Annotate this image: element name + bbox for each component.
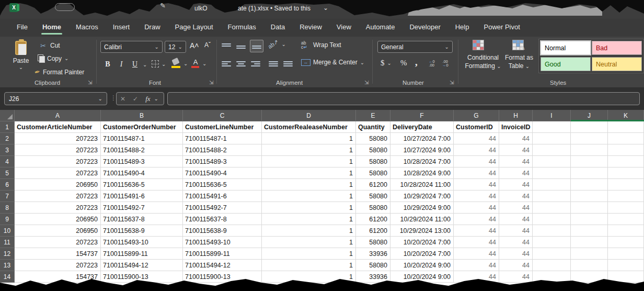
cell-K13[interactable] — [608, 260, 644, 271]
cell-G3[interactable]: 44 — [454, 144, 499, 156]
cell-E1[interactable]: Quantity — [356, 121, 390, 133]
comma-style-button[interactable]: , — [415, 57, 418, 68]
cell-J9[interactable] — [571, 214, 608, 225]
cell-F8[interactable]: 10/29/2024 9:00 — [390, 202, 454, 214]
align-center-button[interactable] — [236, 60, 246, 68]
cell-D7[interactable]: 1 — [262, 191, 356, 202]
increase-indent-button[interactable] — [283, 60, 293, 68]
cell-I12[interactable] — [533, 248, 571, 260]
cell-F1[interactable]: DeliveryDate — [390, 121, 454, 133]
cell-J3[interactable] — [571, 144, 608, 156]
cell-G4[interactable]: 44 — [454, 156, 499, 167]
fill-color-button[interactable]: ⌄ — [171, 58, 188, 69]
cell-G9[interactable]: 44 — [454, 214, 499, 225]
conditional-formatting-button[interactable]: Conditional Formatting ⌄ — [462, 53, 504, 71]
cell-B7[interactable]: 7100115491-6 — [101, 191, 183, 202]
cell-B5[interactable]: 7100115490-4 — [101, 167, 183, 179]
cell-F13[interactable]: 10/20/2024 9:00 — [390, 260, 454, 271]
cell-I11[interactable] — [533, 237, 571, 248]
paste-button[interactable]: Paste ⌄ — [8, 40, 33, 83]
cell-D2[interactable]: 1 — [262, 133, 356, 144]
decrease-decimal-button[interactable]: .00→0 — [442, 60, 448, 67]
cell-I8[interactable] — [533, 202, 571, 214]
cell-A3[interactable]: 207223 — [15, 144, 101, 156]
number-format-select[interactable]: General⌄ — [377, 41, 453, 53]
cell-J12[interactable] — [571, 248, 608, 260]
cell-A11[interactable]: 207223 — [15, 237, 101, 248]
name-box[interactable]: J26 ⌄ — [4, 92, 107, 105]
cancel-icon[interactable]: ✕ — [117, 95, 129, 103]
cell-A5[interactable]: 207223 — [15, 167, 101, 179]
cell-D12[interactable]: 1 — [262, 248, 356, 260]
cell-I9[interactable] — [533, 214, 571, 225]
borders-button[interactable]: ⌄ — [152, 60, 166, 68]
wrap-text-button[interactable]: abc↵ Wrap Text — [301, 41, 341, 49]
alignment-dialog-launcher[interactable]: ⇲ — [364, 80, 370, 85]
enter-icon[interactable]: ✓ — [129, 95, 142, 103]
row-header-4[interactable]: 4 — [0, 156, 15, 167]
cell-K4[interactable] — [608, 156, 644, 167]
cell-E10[interactable]: 61200 — [356, 225, 390, 237]
percent-style-button[interactable]: % — [400, 59, 407, 68]
column-header-C[interactable]: C — [183, 110, 262, 121]
cell-J8[interactable] — [571, 202, 608, 214]
column-header-F[interactable]: F — [390, 110, 454, 121]
cell-G8[interactable]: 44 — [454, 202, 499, 214]
cell-E8[interactable]: 58080 — [356, 202, 390, 214]
align-left-button[interactable] — [222, 60, 231, 68]
cell-G6[interactable]: 44 — [454, 179, 499, 191]
cell-B8[interactable]: 7100115492-7 — [101, 202, 183, 214]
shrink-font-button[interactable]: Aˇ — [204, 41, 211, 49]
cell-I13[interactable] — [533, 260, 571, 271]
copy-button[interactable]: Copy ⌄ — [38, 54, 68, 62]
cell-C11[interactable]: 7100115493-10 — [183, 237, 262, 248]
cell-H5[interactable]: 44 — [499, 167, 533, 179]
column-header-I[interactable]: I — [533, 110, 571, 121]
cut-button[interactable]: ✂ Cut — [39, 41, 60, 50]
cell-J1[interactable] — [571, 121, 608, 133]
cell-C8[interactable]: 7100115492-7 — [183, 202, 262, 214]
row-header-7[interactable]: 7 — [0, 191, 15, 202]
cell-B3[interactable]: 7100115488-2 — [101, 144, 183, 156]
cell-E12[interactable]: 33936 — [356, 248, 390, 260]
cell-A8[interactable]: 207223 — [15, 202, 101, 214]
cell-G13[interactable]: 44 — [454, 260, 499, 271]
cell-B13[interactable]: 7100115494-12 — [101, 260, 183, 271]
column-header-A[interactable]: A — [15, 110, 101, 121]
bottom-align-button[interactable] — [250, 40, 263, 52]
tab-automate[interactable]: Automate — [359, 19, 402, 37]
cell-B11[interactable]: 7100115493-10 — [101, 237, 183, 248]
cell-A1[interactable]: CustomerArticleNumber — [15, 121, 101, 133]
cell-J7[interactable] — [571, 191, 608, 202]
cell-I6[interactable] — [533, 179, 571, 191]
row-header-13[interactable]: 13 — [0, 260, 15, 271]
row-header-9[interactable]: 9 — [0, 214, 15, 225]
cell-A6[interactable]: 206950 — [15, 179, 101, 191]
cell-B12[interactable]: 7100115899-11 — [101, 248, 183, 260]
column-header-E[interactable]: E — [356, 110, 390, 121]
cell-K7[interactable] — [608, 191, 644, 202]
cell-H9[interactable]: 44 — [499, 214, 533, 225]
cell-F3[interactable]: 10/27/2024 9:00 — [390, 144, 454, 156]
cell-C13[interactable]: 7100115494-12 — [183, 260, 262, 271]
cell-J5[interactable] — [571, 167, 608, 179]
cell-B10[interactable]: 7100115638-9 — [101, 225, 183, 237]
cell-J11[interactable] — [571, 237, 608, 248]
cell-K1[interactable] — [608, 121, 644, 133]
cell-A9[interactable]: 206950 — [15, 214, 101, 225]
tab-page-layout[interactable]: Page Layout — [168, 19, 221, 37]
cell-A10[interactable]: 206950 — [15, 225, 101, 237]
cell-A12[interactable]: 154737 — [15, 248, 101, 260]
cell-F6[interactable]: 10/28/2024 11:00 — [390, 179, 454, 191]
cell-G7[interactable]: 44 — [454, 191, 499, 202]
tab-draw[interactable]: Draw — [137, 19, 167, 37]
cell-E13[interactable]: 58080 — [356, 260, 390, 271]
cell-F2[interactable]: 10/27/2024 7:00 — [390, 133, 454, 144]
accounting-format-button[interactable]: $ ⌄ — [381, 59, 392, 68]
cell-A2[interactable]: 207223 — [15, 133, 101, 144]
cell-I3[interactable] — [533, 144, 571, 156]
cell-G10[interactable]: 44 — [454, 225, 499, 237]
cell-I4[interactable] — [533, 156, 571, 167]
cell-J2[interactable] — [571, 133, 608, 144]
cell-D9[interactable]: 1 — [262, 214, 356, 225]
